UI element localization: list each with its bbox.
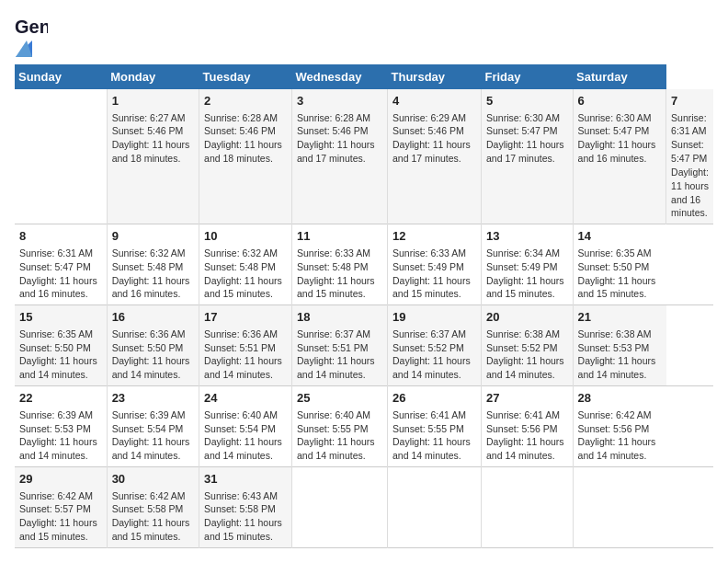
day-cell-14: 14 Sunrise: 6:35 AMSunset: 5:50 PMDaylig… xyxy=(573,224,665,305)
day-cell-24: 24 Sunrise: 6:40 AMSunset: 5:54 PMDaylig… xyxy=(199,386,292,467)
day-number: 16 xyxy=(112,309,194,326)
day-detail: Sunrise: 6:38 AMSunset: 5:53 PMDaylight:… xyxy=(578,328,656,381)
col-header-tuesday: Tuesday xyxy=(199,64,292,89)
day-cell-19: 19 Sunrise: 6:37 AMSunset: 5:52 PMDaylig… xyxy=(388,305,482,386)
week-row-3: 15 Sunrise: 6:35 AMSunset: 5:50 PMDaylig… xyxy=(15,305,713,386)
day-number: 28 xyxy=(578,390,662,407)
day-number: 6 xyxy=(578,93,661,109)
logo: General xyxy=(15,15,48,57)
day-number: 2 xyxy=(204,93,287,109)
day-detail: Sunrise: 6:36 AMSunset: 5:50 PMDaylight:… xyxy=(112,328,190,381)
day-detail: Sunrise: 6:43 AMSunset: 5:58 PMDaylight:… xyxy=(204,490,282,543)
day-cell-20: 20 Sunrise: 6:38 AMSunset: 5:52 PMDaylig… xyxy=(481,305,573,386)
week-row-2: 8 Sunrise: 6:31 AMSunset: 5:47 PMDayligh… xyxy=(15,224,713,305)
empty-cell xyxy=(481,467,573,548)
day-cell-21: 21 Sunrise: 6:38 AMSunset: 5:53 PMDaylig… xyxy=(573,305,665,386)
day-cell-25: 25 Sunrise: 6:40 AMSunset: 5:55 PMDaylig… xyxy=(291,386,387,467)
day-detail: Sunrise: 6:39 AMSunset: 5:54 PMDaylight:… xyxy=(112,409,190,462)
day-cell-5: 5 Sunrise: 6:30 AMSunset: 5:47 PMDayligh… xyxy=(481,89,573,224)
day-detail: Sunrise: 6:41 AMSunset: 5:55 PMDaylight:… xyxy=(392,409,471,462)
day-detail: Sunrise: 6:28 AMSunset: 5:46 PMDaylight:… xyxy=(204,112,282,165)
logo-icon: General xyxy=(15,15,48,40)
day-number: 12 xyxy=(392,228,476,245)
day-cell-2: 2 Sunrise: 6:28 AMSunset: 5:46 PMDayligh… xyxy=(199,89,292,224)
empty-cell xyxy=(388,467,482,548)
day-cell-13: 13 Sunrise: 6:34 AMSunset: 5:49 PMDaylig… xyxy=(481,224,573,305)
day-detail: Sunrise: 6:42 AMSunset: 5:58 PMDaylight:… xyxy=(112,490,190,543)
day-detail: Sunrise: 6:33 AMSunset: 5:48 PMDaylight:… xyxy=(297,247,375,300)
day-cell-31: 31 Sunrise: 6:43 AMSunset: 5:58 PMDaylig… xyxy=(199,467,292,548)
day-number: 25 xyxy=(297,390,382,407)
day-number: 13 xyxy=(486,228,568,245)
day-number: 18 xyxy=(297,309,382,326)
day-detail: Sunrise: 6:33 AMSunset: 5:49 PMDaylight:… xyxy=(392,247,471,300)
day-cell-27: 27 Sunrise: 6:41 AMSunset: 5:56 PMDaylig… xyxy=(481,386,573,467)
day-number: 10 xyxy=(204,228,287,245)
day-detail: Sunrise: 6:36 AMSunset: 5:51 PMDaylight:… xyxy=(204,328,282,381)
day-detail: Sunrise: 6:27 AMSunset: 5:46 PMDaylight:… xyxy=(112,112,190,165)
day-detail: Sunrise: 6:31 AMSunset: 5:47 PMDaylight:… xyxy=(671,112,709,219)
day-cell-26: 26 Sunrise: 6:41 AMSunset: 5:55 PMDaylig… xyxy=(388,386,482,467)
day-number: 17 xyxy=(204,309,287,326)
calendar-table: SundayMondayTuesdayWednesdayThursdayFrid… xyxy=(15,64,713,548)
day-number: 5 xyxy=(486,93,568,109)
day-number: 8 xyxy=(19,228,102,245)
day-cell-15: 15 Sunrise: 6:35 AMSunset: 5:50 PMDaylig… xyxy=(15,305,107,386)
col-header-friday: Friday xyxy=(481,64,573,89)
day-cell-18: 18 Sunrise: 6:37 AMSunset: 5:51 PMDaylig… xyxy=(291,305,387,386)
day-detail: Sunrise: 6:28 AMSunset: 5:46 PMDaylight:… xyxy=(297,112,375,165)
day-cell-30: 30 Sunrise: 6:42 AMSunset: 5:58 PMDaylig… xyxy=(107,467,199,548)
day-number: 20 xyxy=(486,309,568,326)
day-number: 31 xyxy=(204,471,287,488)
week-row-5: 29 Sunrise: 6:42 AMSunset: 5:57 PMDaylig… xyxy=(15,467,713,548)
day-cell-7: 7 Sunrise: 6:31 AMSunset: 5:47 PMDayligh… xyxy=(666,89,713,224)
day-number: 29 xyxy=(19,471,102,488)
day-cell-10: 10 Sunrise: 6:32 AMSunset: 5:48 PMDaylig… xyxy=(199,224,292,305)
empty-cell xyxy=(573,467,665,548)
day-detail: Sunrise: 6:30 AMSunset: 5:47 PMDaylight:… xyxy=(486,112,564,165)
day-detail: Sunrise: 6:34 AMSunset: 5:49 PMDaylight:… xyxy=(486,247,564,300)
day-detail: Sunrise: 6:42 AMSunset: 5:56 PMDaylight:… xyxy=(578,409,656,462)
empty-cell xyxy=(15,89,107,224)
day-cell-28: 28 Sunrise: 6:42 AMSunset: 5:56 PMDaylig… xyxy=(573,386,665,467)
col-header-wednesday: Wednesday xyxy=(291,64,387,89)
day-cell-3: 3 Sunrise: 6:28 AMSunset: 5:46 PMDayligh… xyxy=(291,89,387,224)
page-header: General xyxy=(15,15,713,57)
day-number: 23 xyxy=(112,390,194,407)
day-detail: Sunrise: 6:40 AMSunset: 5:55 PMDaylight:… xyxy=(297,409,375,462)
day-number: 7 xyxy=(671,93,709,109)
day-cell-29: 29 Sunrise: 6:42 AMSunset: 5:57 PMDaylig… xyxy=(15,467,107,548)
day-number: 24 xyxy=(204,390,287,407)
day-number: 14 xyxy=(578,228,662,245)
day-detail: Sunrise: 6:35 AMSunset: 5:50 PMDaylight:… xyxy=(19,328,97,381)
day-number: 15 xyxy=(19,309,102,326)
day-detail: Sunrise: 6:32 AMSunset: 5:48 PMDaylight:… xyxy=(112,247,190,300)
day-detail: Sunrise: 6:35 AMSunset: 5:50 PMDaylight:… xyxy=(578,247,656,300)
day-detail: Sunrise: 6:32 AMSunset: 5:48 PMDaylight:… xyxy=(204,247,282,300)
day-number: 9 xyxy=(112,228,194,245)
col-header-thursday: Thursday xyxy=(388,64,482,89)
day-number: 1 xyxy=(112,93,194,109)
day-number: 30 xyxy=(112,471,194,488)
day-cell-22: 22 Sunrise: 6:39 AMSunset: 5:53 PMDaylig… xyxy=(15,386,107,467)
empty-cell xyxy=(291,467,387,548)
day-detail: Sunrise: 6:29 AMSunset: 5:46 PMDaylight:… xyxy=(392,112,471,165)
day-number: 4 xyxy=(392,93,476,109)
day-number: 26 xyxy=(392,390,476,407)
day-cell-4: 4 Sunrise: 6:29 AMSunset: 5:46 PMDayligh… xyxy=(388,89,482,224)
day-detail: Sunrise: 6:37 AMSunset: 5:52 PMDaylight:… xyxy=(392,328,471,381)
svg-text:General: General xyxy=(15,17,48,37)
col-header-sunday: Sunday xyxy=(15,64,107,89)
day-number: 27 xyxy=(486,390,568,407)
day-cell-23: 23 Sunrise: 6:39 AMSunset: 5:54 PMDaylig… xyxy=(107,386,199,467)
day-detail: Sunrise: 6:38 AMSunset: 5:52 PMDaylight:… xyxy=(486,328,564,381)
day-detail: Sunrise: 6:30 AMSunset: 5:47 PMDaylight:… xyxy=(578,112,656,165)
day-detail: Sunrise: 6:31 AMSunset: 5:47 PMDaylight:… xyxy=(19,247,97,300)
day-detail: Sunrise: 6:39 AMSunset: 5:53 PMDaylight:… xyxy=(19,409,97,462)
day-cell-8: 8 Sunrise: 6:31 AMSunset: 5:47 PMDayligh… xyxy=(15,224,107,305)
day-cell-17: 17 Sunrise: 6:36 AMSunset: 5:51 PMDaylig… xyxy=(199,305,292,386)
week-row-4: 22 Sunrise: 6:39 AMSunset: 5:53 PMDaylig… xyxy=(15,386,713,467)
day-cell-11: 11 Sunrise: 6:33 AMSunset: 5:48 PMDaylig… xyxy=(291,224,387,305)
week-row-1: 1 Sunrise: 6:27 AMSunset: 5:46 PMDayligh… xyxy=(15,89,713,224)
day-cell-12: 12 Sunrise: 6:33 AMSunset: 5:49 PMDaylig… xyxy=(388,224,482,305)
